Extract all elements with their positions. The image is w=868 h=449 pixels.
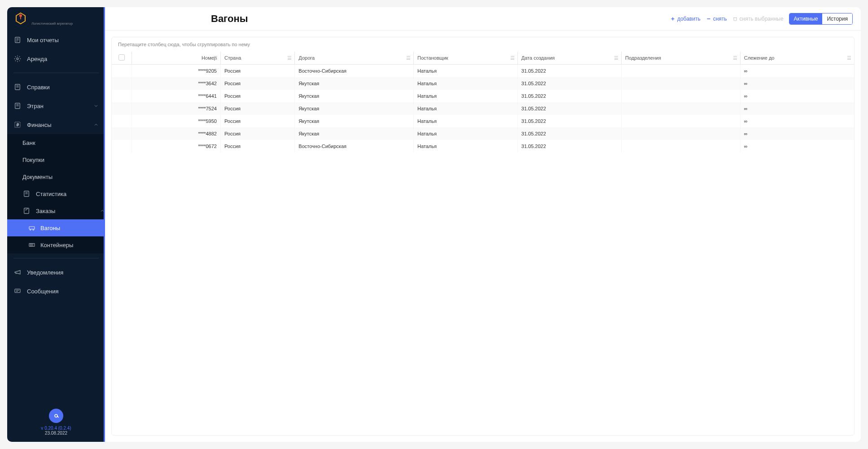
nav-documents[interactable]: Документы xyxy=(7,168,105,185)
row-checkbox-cell[interactable] xyxy=(112,90,132,102)
cell-tracking: ∞ xyxy=(740,90,854,102)
row-checkbox-cell[interactable] xyxy=(112,115,132,127)
cell-supplier: Наталья xyxy=(413,115,517,127)
nav-orders[interactable]: Заказы xyxy=(7,202,105,219)
row-checkbox-cell[interactable] xyxy=(112,127,132,140)
tab-active[interactable]: Активные xyxy=(789,13,823,24)
column-menu-icon[interactable]: ☰ xyxy=(406,55,411,61)
plus-icon xyxy=(670,16,675,22)
column-menu-icon[interactable]: ☰ xyxy=(213,55,218,61)
cell-departments xyxy=(622,77,741,90)
remove-selected-button: снять выбранные xyxy=(732,16,784,22)
cell-road: Якутская xyxy=(295,102,414,115)
cell-tracking: ∞ xyxy=(740,65,854,78)
cell-country: Россия xyxy=(220,140,294,153)
row-checkbox-cell[interactable] xyxy=(112,65,132,78)
column-menu-icon[interactable]: ☰ xyxy=(733,55,737,61)
column-menu-icon[interactable]: ☰ xyxy=(287,55,292,61)
nav-label: Документы xyxy=(22,174,53,180)
cell-road: Восточно-Сибирская xyxy=(295,65,414,78)
cell-departments xyxy=(622,65,741,78)
data-grid: Перетащите столбец сюда, чтобы сгруппиро… xyxy=(111,37,855,436)
nav-my-reports[interactable]: Мои отчеты xyxy=(7,31,105,49)
group-hint[interactable]: Перетащите столбец сюда, чтобы сгруппиро… xyxy=(112,37,854,52)
cell-supplier: Наталья xyxy=(413,90,517,102)
column-menu-icon[interactable]: ☰ xyxy=(510,55,515,61)
column-country[interactable]: Страна☰ xyxy=(220,52,294,65)
column-road[interactable]: Дорога☰ xyxy=(295,52,414,65)
column-departments[interactable]: Подразделения☰ xyxy=(622,52,741,65)
nav-purchases[interactable]: Покупки xyxy=(7,151,105,168)
nav-label: Справки xyxy=(27,84,50,91)
column-created[interactable]: Дата создания☰ xyxy=(517,52,622,65)
nav-label: Уведомления xyxy=(27,269,63,276)
logo-icon xyxy=(13,11,28,26)
table-row[interactable]: ****7524РоссияЯкутскаяНаталья31.05.2022∞ xyxy=(112,102,854,115)
cell-created: 31.05.2022 xyxy=(517,140,622,153)
sidebar-accent xyxy=(104,7,105,442)
nav-label: Мои отчеты xyxy=(27,37,59,44)
table-row[interactable]: ****0672РоссияВосточно-СибирскаяНаталья3… xyxy=(112,140,854,153)
svg-rect-24 xyxy=(15,289,20,292)
cell-number: ****3642 xyxy=(132,77,220,90)
column-menu-icon[interactable]: ☰ xyxy=(847,55,851,61)
megaphone-icon xyxy=(13,268,22,276)
table-row[interactable]: ****4882РоссияЯкутскаяНаталья31.05.2022∞ xyxy=(112,127,854,140)
remove-selected-label: снять выбранные xyxy=(740,16,784,22)
cell-supplier: Наталья xyxy=(413,65,517,78)
row-checkbox-cell[interactable] xyxy=(112,77,132,90)
cell-supplier: Наталья xyxy=(413,140,517,153)
table-row[interactable]: ****3642РоссияЯкутскаяНаталья31.05.2022∞ xyxy=(112,77,854,90)
cell-created: 31.05.2022 xyxy=(517,77,622,90)
table-header-row: Номер☰ Страна☰ Дорога☰ Постановщик☰ Дата… xyxy=(112,52,854,65)
cell-tracking: ∞ xyxy=(740,115,854,127)
table-row[interactable]: ****5950РоссияЯкутскаяНаталья31.05.2022∞ xyxy=(112,115,854,127)
logo[interactable]: ГРУЗ ИТРАНСПОРТ Логистический агрегатор xyxy=(6,11,104,26)
column-label: Подразделения xyxy=(625,55,661,61)
nav-bank[interactable]: Банк xyxy=(7,134,105,151)
nav-label: Вагоны xyxy=(40,225,60,231)
nav-etran[interactable]: Этран xyxy=(7,96,105,115)
svg-rect-17 xyxy=(29,227,35,229)
svg-rect-16 xyxy=(24,208,29,214)
svg-point-4 xyxy=(17,58,18,60)
nav-rent[interactable]: Аренда xyxy=(7,49,105,68)
cell-number: ****5950 xyxy=(132,115,220,127)
nav-label: Контейнеры xyxy=(40,242,73,248)
column-tracking[interactable]: Слежение до☰ xyxy=(740,52,854,65)
row-checkbox-cell[interactable] xyxy=(112,140,132,153)
chat-icon xyxy=(13,287,22,295)
cell-number: ****6441 xyxy=(132,90,220,102)
nav-divider xyxy=(13,73,99,73)
column-menu-icon[interactable]: ☰ xyxy=(614,55,618,61)
brand-line2: ТРАНСПОРТ xyxy=(31,16,61,22)
tab-history[interactable]: История xyxy=(822,13,852,24)
remove-button[interactable]: снять xyxy=(706,16,727,22)
nav-containers[interactable]: Контейнеры xyxy=(7,236,105,253)
column-checkbox[interactable] xyxy=(112,52,132,65)
chevron-up-icon xyxy=(93,122,99,127)
cell-tracking: ∞ xyxy=(740,102,854,115)
help-button[interactable] xyxy=(49,409,63,423)
cell-supplier: Наталья xyxy=(413,102,517,115)
add-button[interactable]: добавить xyxy=(670,16,701,22)
cell-road: Якутская xyxy=(295,115,414,127)
table-row[interactable]: ****6441РоссияЯкутскаяНаталья31.05.2022∞ xyxy=(112,90,854,102)
nav-label: Заказы xyxy=(36,208,55,214)
brand-line1: ГРУЗ И xyxy=(31,11,48,16)
nav-notifications[interactable]: Уведомления xyxy=(7,263,105,282)
nav-stats[interactable]: Статистика xyxy=(7,185,105,202)
cell-road: Якутская xyxy=(295,77,414,90)
nav-messages[interactable]: Сообщения xyxy=(7,282,105,301)
cell-tracking: ∞ xyxy=(740,127,854,140)
column-number[interactable]: Номер☰ xyxy=(132,52,220,65)
nav-refs[interactable]: Справки xyxy=(7,78,105,96)
row-checkbox-cell[interactable] xyxy=(112,102,132,115)
column-label: Дата создания xyxy=(522,55,555,61)
cell-departments xyxy=(622,90,741,102)
table-row[interactable]: ****9205РоссияВосточно-СибирскаяНаталья3… xyxy=(112,65,854,78)
orders-icon xyxy=(22,207,31,215)
column-supplier[interactable]: Постановщик☰ xyxy=(413,52,517,65)
nav-finance[interactable]: ₽ Финансы xyxy=(7,115,105,134)
nav-wagons[interactable]: Вагоны xyxy=(7,219,105,236)
